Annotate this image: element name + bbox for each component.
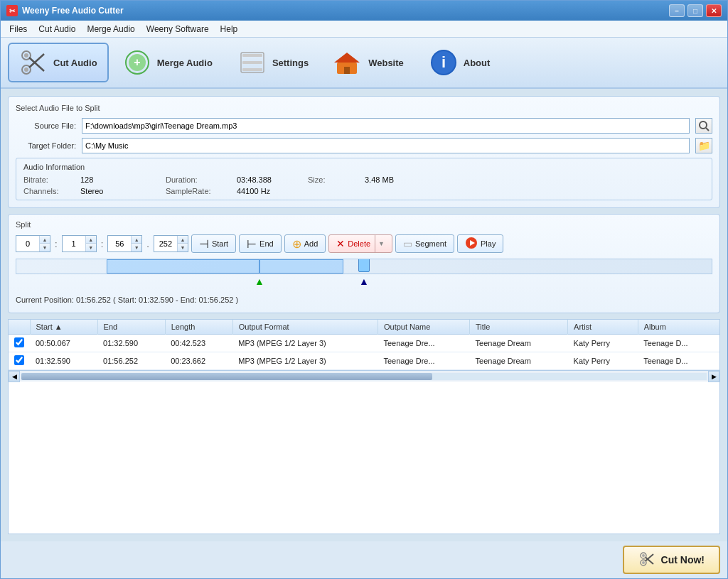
add-label: Add [304, 239, 318, 248]
col-title[interactable]: Title [470, 320, 568, 335]
cell-length: 00:23.662 [165, 352, 232, 370]
end-marker: ▲ [359, 276, 369, 287]
delete-dropdown-arrow[interactable]: ▼ [375, 235, 385, 252]
target-folder-input[interactable] [82, 138, 690, 153]
row-checkbox[interactable] [14, 355, 24, 365]
tenths-down[interactable]: ▼ [132, 244, 141, 251]
start-button[interactable]: ⊣ Start [191, 234, 236, 253]
cut-now-label: Cut Now! [661, 554, 705, 566]
cell-length: 00:42.523 [165, 335, 232, 352]
horizontal-scrollbar[interactable]: ◀ ▶ [9, 370, 719, 382]
about-label: About [464, 58, 491, 68]
menu-weeny-software[interactable]: Weeny Software [141, 23, 215, 36]
svg-point-27 [642, 554, 645, 557]
cell-format: MP3 (MPEG 1/2 Layer 3) [232, 335, 378, 352]
tenths-spinners: ▲ ▼ [131, 236, 141, 251]
toolbar-cut-audio[interactable]: Cut Audio [8, 43, 109, 82]
segment-1-highlight [107, 259, 259, 274]
segment-icon: ▭ [403, 238, 412, 249]
title-bar: ✂ Weeny Free Audio Cutter – □ ✕ [1, 1, 727, 21]
cell-artist: Katy Perry [568, 352, 638, 370]
audio-info-label: Audio Information [23, 163, 705, 171]
seconds-down[interactable]: ▼ [86, 244, 96, 251]
segment-label: Segment [415, 239, 446, 248]
scroll-thumb[interactable] [21, 373, 432, 380]
add-button[interactable]: ⊕ Add [284, 234, 326, 253]
main-window: ✂ Weeny Free Audio Cutter – □ ✕ Files Cu… [0, 0, 728, 579]
size-value: 3.48 MB [365, 175, 436, 184]
col-artist[interactable]: Artist [568, 320, 638, 335]
maximize-button[interactable]: □ [687, 4, 703, 17]
cell-album: Teenage D... [638, 352, 719, 370]
toolbar: Cut Audio + Merge Audio Sett [1, 38, 727, 89]
col-output-name[interactable]: Output Name [378, 320, 469, 335]
cell-album: Teenage D... [638, 335, 719, 352]
source-file-input[interactable] [82, 118, 690, 134]
website-label: Website [368, 58, 404, 68]
millis-up[interactable]: ▲ [178, 236, 188, 244]
toolbar-merge-audio[interactable]: + Merge Audio [112, 43, 224, 82]
minimize-button[interactable]: – [669, 4, 685, 17]
toolbar-about[interactable]: i About [418, 43, 503, 82]
play-button[interactable]: Play [457, 234, 503, 253]
cell-start: 00:50.067 [30, 335, 97, 352]
seconds-up[interactable]: ▲ [86, 236, 96, 244]
segment-button[interactable]: ▭ Segment [395, 234, 454, 253]
split-panel: Split ▲ ▼ : ▲ ▼ : [8, 214, 720, 313]
split-controls: ▲ ▼ : ▲ ▼ : ▲ ▼ [16, 234, 712, 253]
segment-2-highlight [259, 259, 343, 274]
settings-icon [238, 48, 267, 77]
col-length[interactable]: Length [165, 320, 232, 335]
menu-cut-audio[interactable]: Cut Audio [33, 23, 81, 36]
close-button[interactable]: ✕ [706, 4, 722, 17]
position-marker[interactable] [358, 259, 370, 272]
tenths-input[interactable] [108, 236, 131, 251]
about-icon: i [429, 48, 458, 77]
svg-point-19 [700, 121, 707, 129]
col-format[interactable]: Output Format [232, 320, 378, 335]
minutes-down[interactable]: ▼ [40, 244, 50, 251]
cut-now-button[interactable]: Cut Now! [623, 546, 720, 574]
audio-info-grid: Bitrate: 128 Duration: 03:48.388 Size: 3… [23, 175, 705, 195]
row-checkbox[interactable] [14, 337, 24, 347]
col-album[interactable]: Album [638, 320, 719, 335]
minutes-up[interactable]: ▲ [40, 236, 50, 244]
end-icon: ⊢ [247, 237, 257, 251]
samplerate-label: SampleRate: [166, 187, 237, 195]
menu-files[interactable]: Files [4, 23, 33, 36]
toolbar-settings[interactable]: Settings [227, 43, 320, 82]
end-button[interactable]: ⊢ End [239, 234, 282, 253]
seconds-input[interactable] [63, 236, 85, 251]
col-end[interactable]: End [97, 320, 165, 335]
millis-spinners: ▲ ▼ [177, 236, 188, 251]
toolbar-website[interactable]: Website [323, 43, 415, 82]
col-start[interactable]: Start ▲ [30, 320, 97, 335]
tenths-up[interactable]: ▲ [132, 236, 141, 244]
menu-merge-audio[interactable]: Merge Audio [81, 23, 140, 36]
window-controls: – □ ✕ [669, 4, 722, 17]
svg-rect-15 [344, 67, 350, 74]
menu-help[interactable]: Help [215, 23, 244, 36]
delete-button[interactable]: ✕ Delete ▼ [328, 234, 392, 253]
bottom-bar: Cut Now! [1, 541, 727, 578]
scroll-track[interactable] [21, 373, 707, 380]
source-browse-button[interactable] [695, 118, 712, 134]
source-file-row: Source File: [16, 118, 712, 134]
play-label: Play [481, 239, 496, 248]
audio-info-panel: Audio Information Bitrate: 128 Duration:… [16, 158, 712, 200]
cell-end: 01:32.590 [97, 335, 165, 352]
scroll-left-button[interactable]: ◀ [9, 371, 20, 382]
start-icon: ⊣ [199, 237, 209, 251]
target-browse-button[interactable]: 📁 [695, 138, 712, 153]
scroll-right-button[interactable]: ▶ [708, 371, 719, 382]
file-selection-panel: Select Audio File to Split Source File: … [8, 96, 720, 208]
svg-point-5 [24, 67, 28, 72]
table-row: 00:50.067 01:32.590 00:42.523 MP3 (MPEG … [9, 335, 719, 352]
millis-input[interactable] [154, 236, 177, 251]
waveform-display[interactable] [16, 259, 712, 274]
settings-label: Settings [272, 58, 309, 68]
minutes-input[interactable] [16, 236, 39, 251]
segments-table: Start ▲ End Length Output Format Output … [9, 320, 719, 370]
millis-down[interactable]: ▼ [178, 244, 188, 251]
cut-audio-label: Cut Audio [53, 58, 97, 68]
